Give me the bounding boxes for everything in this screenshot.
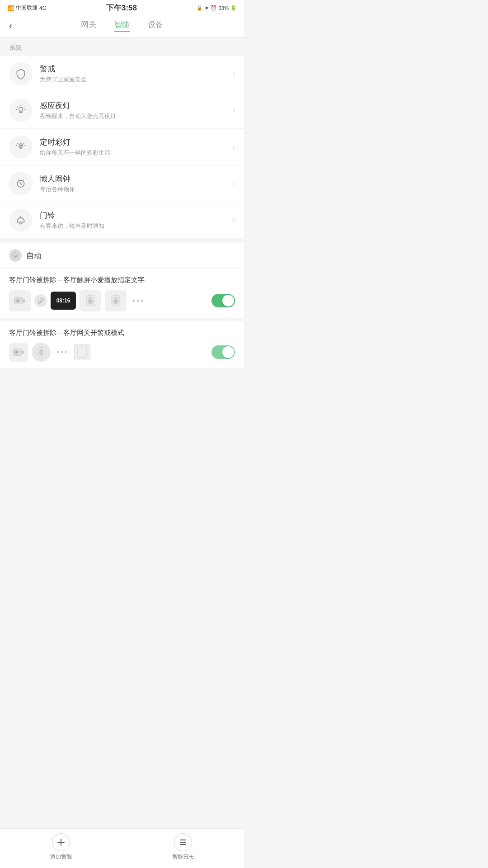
colorlight-chevron: › — [233, 143, 235, 151]
auto-item-2-toggle[interactable] — [211, 345, 235, 359]
chain-svg — [38, 297, 44, 304]
svg-point-21 — [13, 253, 18, 258]
alarm-icon-wrap — [9, 62, 33, 85]
device-speaker-2 — [105, 290, 127, 311]
back-button[interactable]: ‹ — [9, 20, 27, 31]
auto-item-2-devices: ••• — [9, 343, 235, 362]
signal-bars: 📶 — [7, 5, 14, 11]
doorbell-sub: 有客来访，铃声及时通知 — [40, 222, 233, 230]
alarm-text: 警戒 为您守卫家庭安全 — [40, 64, 233, 84]
auto-item-1-title: 客厅门铃被拆除－客厅触屏小爱播放指定文字 — [9, 275, 235, 284]
shield-icon — [15, 68, 27, 80]
svg-line-3 — [24, 107, 25, 108]
menu-item-doorbell[interactable]: 门铃 有客来访，铃声及时通知 › — [0, 202, 244, 238]
svg-rect-39 — [21, 350, 24, 354]
doorbell-icon-wrap — [9, 208, 33, 232]
small-device-svg — [75, 345, 89, 359]
svg-line-19 — [22, 180, 23, 181]
status-bar: 📶 中国联通 4G 下午3:58 🔒 ➤ ⏰ 33% 🔋 — [0, 0, 244, 15]
svg-point-23 — [16, 255, 17, 256]
device-more-partial: ••• — [54, 344, 70, 360]
device-white-small — [74, 344, 90, 360]
svg-point-30 — [89, 300, 92, 302]
svg-rect-35 — [114, 297, 118, 299]
svg-point-43 — [41, 354, 42, 355]
doorbell-chevron: › — [233, 216, 235, 224]
main-content: 系统 警戒 为您守卫家庭安全 › — [0, 38, 244, 404]
device-camera-2-icon — [9, 343, 28, 362]
svg-point-22 — [14, 255, 15, 256]
nightlight-icon-wrap — [9, 99, 33, 122]
speaker2-svg — [109, 294, 122, 307]
svg-rect-44 — [78, 347, 87, 357]
network-type: 4G — [39, 5, 47, 11]
device-speaker-1 — [80, 290, 101, 311]
nav-tabs: 网关 智能 设备 — [27, 19, 217, 32]
svg-point-38 — [15, 351, 18, 354]
device-sensor — [32, 343, 51, 362]
auto-item-1-devices: 08:16 — [9, 290, 235, 311]
menu-item-colorlight[interactable]: 定时彩灯 给你每天不一样的多彩生活 › — [0, 129, 244, 165]
carrier: 中国联通 — [16, 4, 38, 12]
lazy-alarm-sub: 专治各种赖床 — [40, 185, 233, 193]
status-left: 📶 中国联通 4G — [7, 4, 47, 12]
doorbell-title: 门铃 — [40, 210, 233, 221]
camera-svg — [13, 294, 27, 307]
bell-icon — [15, 214, 27, 226]
lazy-alarm-chevron: › — [233, 179, 235, 188]
device-camera-icon — [9, 290, 31, 311]
clock-icon — [15, 178, 27, 189]
svg-rect-31 — [89, 297, 93, 299]
system-section-label: 系统 — [0, 38, 244, 56]
alarm-sub: 为您守卫家庭安全 — [40, 75, 233, 84]
alarm-clock-icon: ⏰ — [211, 5, 217, 11]
system-card-section: 警戒 为您守卫家庭安全 › 感应夜灯 夜晚醒来，自动为您点亮夜 — [0, 56, 244, 238]
menu-item-lazy-alarm[interactable]: 懒人闹钟 专治各种赖床 › — [0, 165, 244, 202]
colorlight-title: 定时彩灯 — [40, 137, 233, 147]
svg-point-42 — [41, 349, 42, 351]
auto-header: 自动 — [0, 243, 244, 269]
camera2-svg — [12, 345, 25, 359]
doorbell-text: 门铃 有客来访，铃声及时通知 — [40, 210, 233, 230]
svg-point-26 — [17, 300, 19, 302]
auto-item-1-toggle[interactable] — [211, 294, 235, 307]
svg-line-11 — [17, 143, 18, 144]
location-icon: ➤ — [205, 5, 209, 11]
lazy-alarm-text: 懒人闹钟 专治各种赖床 — [40, 174, 233, 193]
menu-item-alarm[interactable]: 警戒 为您守卫家庭安全 › — [0, 56, 244, 92]
bulb-clock-icon — [15, 141, 27, 153]
battery-icon: 🔋 — [230, 5, 237, 11]
colorlight-text: 定时彩灯 给你每天不一样的多彩生活 — [40, 137, 233, 157]
lazy-alarm-icon-wrap — [9, 172, 33, 195]
bulb-icon — [15, 104, 27, 116]
svg-point-0 — [19, 108, 23, 112]
svg-line-12 — [23, 143, 24, 144]
colorlight-icon-wrap — [9, 135, 33, 159]
colorlight-sub: 给你每天不一样的多彩生活 — [40, 149, 233, 157]
menu-item-nightlight[interactable]: 感应夜灯 夜晚醒来，自动为您点亮夜灯 › — [0, 92, 244, 129]
device-clock: 08:16 — [51, 292, 76, 310]
tab-gateway[interactable]: 网关 — [81, 19, 96, 32]
more-devices-dots: ••• — [130, 292, 146, 309]
status-right: 🔒 ➤ ⏰ 33% 🔋 — [197, 5, 237, 11]
nightlight-title: 感应夜灯 — [40, 100, 233, 111]
link-icon — [34, 294, 47, 307]
alarm-chevron: › — [233, 70, 235, 78]
svg-line-2 — [17, 107, 18, 108]
auto-item-1[interactable]: 客厅门铃被拆除－客厅触屏小爱播放指定文字 — [0, 269, 244, 321]
nightlight-sub: 夜晚醒来，自动为您点亮夜灯 — [40, 112, 233, 120]
svg-line-17 — [21, 184, 22, 185]
sensor-svg — [34, 345, 48, 359]
tab-device[interactable]: 设备 — [148, 19, 163, 32]
auto-face-icon — [12, 252, 19, 259]
svg-point-34 — [115, 300, 117, 302]
nightlight-chevron: › — [233, 106, 235, 114]
auto-item-2[interactable]: 客厅门铃被拆除－客厅网关开警戒模式 — [0, 321, 244, 368]
svg-line-18 — [19, 180, 20, 181]
nightlight-text: 感应夜灯 夜晚醒来，自动为您点亮夜灯 — [40, 100, 233, 120]
status-time: 下午3:58 — [106, 3, 137, 13]
alarm-title: 警戒 — [40, 64, 233, 74]
lock-icon: 🔒 — [197, 5, 203, 11]
tab-smart[interactable]: 智能 — [114, 19, 130, 32]
lazy-alarm-title: 懒人闹钟 — [40, 174, 233, 184]
